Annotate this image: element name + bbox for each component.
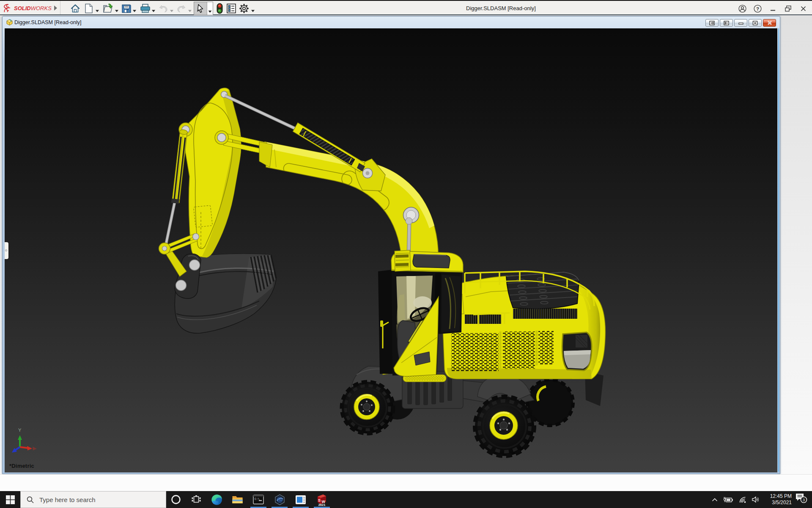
svg-text:C:\: C:\	[255, 498, 260, 501]
collapse-left-pane-icon	[709, 21, 715, 25]
collapse-right-pane-icon	[724, 21, 729, 25]
wifi-icon	[738, 497, 746, 503]
home-button[interactable]	[70, 3, 81, 14]
solidworks-logo: SOLIDWORKS	[3, 2, 52, 14]
doc-close-icon	[767, 21, 772, 25]
new-document-dropdown[interactable]	[95, 7, 99, 10]
select-tool-dropdown[interactable]	[208, 7, 212, 15]
front-left-wheel[interactable]	[342, 382, 393, 433]
select-tool-group[interactable]	[194, 2, 213, 15]
excavator-boom-plate[interactable]	[179, 88, 241, 257]
ds-mark-icon	[3, 3, 12, 13]
open-dropdown[interactable]	[115, 7, 119, 10]
rear-left-wheel[interactable]	[475, 397, 534, 456]
document-title: Digger.SLDASM [Read-only]	[14, 19, 81, 25]
battery-charging-icon	[724, 497, 733, 503]
minimize-icon	[770, 6, 776, 11]
taskbar-task-view-button[interactable]	[186, 491, 206, 508]
solidworks-2021-icon: S W 2021	[315, 493, 328, 506]
volume-icon	[752, 496, 760, 503]
solidworks-wordmark: SOLIDWORKS	[14, 5, 52, 11]
help-icon: ?	[754, 5, 762, 13]
windows-logo-icon	[6, 495, 15, 504]
action-center-button[interactable]: 3	[793, 491, 810, 508]
minimize-button[interactable]	[766, 3, 779, 14]
left-hydraulic-cylinder[interactable]	[165, 129, 188, 247]
print-dropdown[interactable]	[151, 7, 156, 10]
document-window: Digger.SLDASM [Read-only]	[2, 16, 780, 474]
tray-chevron-button[interactable]	[708, 491, 721, 508]
taskbar-solidworks-button[interactable]: S W 2021	[312, 491, 332, 508]
edrawings-icon	[274, 494, 285, 505]
cursor-icon	[196, 4, 205, 13]
solidworks-badge: 2021	[318, 503, 326, 506]
media-app-icon	[295, 495, 306, 505]
tree-tab-dot-icon	[5, 249, 7, 251]
clock-date: 3/5/2021	[761, 500, 792, 506]
rear-window	[562, 332, 592, 370]
restore-icon	[785, 6, 791, 12]
search-placeholder: Type here to search	[39, 496, 96, 503]
doc-minimize-button[interactable]	[734, 19, 747, 27]
svg-text:S: S	[318, 498, 321, 502]
tray-volume-button[interactable]	[749, 491, 762, 508]
close-button[interactable]	[797, 3, 809, 14]
redo-dropdown[interactable]	[188, 7, 192, 10]
undo-button[interactable]	[158, 3, 169, 14]
chevron-up-icon	[712, 498, 718, 502]
solidworks-resources-button[interactable]	[214, 3, 225, 14]
clock-time: 12:45 PM	[761, 493, 792, 500]
taskbar-file-explorer-button[interactable]	[227, 491, 247, 508]
cortana-icon	[171, 494, 181, 505]
help-button[interactable]: ?	[751, 3, 764, 14]
close-icon	[801, 6, 806, 11]
redo-button[interactable]	[176, 3, 187, 14]
app-titlebar: SOLIDWORKS	[0, 0, 812, 15]
search-icon	[27, 496, 34, 503]
taskbar-clock[interactable]: 12:45 PM 3/5/2021	[761, 491, 792, 508]
restore-button[interactable]	[782, 3, 794, 14]
doc-restore-button[interactable]	[749, 19, 762, 27]
taskbar-command-prompt-button[interactable]: C:\	[248, 491, 269, 508]
microsoft-edge-icon	[211, 494, 222, 505]
doc-close-button[interactable]	[763, 19, 776, 27]
feature-tree-collapsed-tab[interactable]	[5, 242, 8, 259]
taskbar-search-box[interactable]: Type here to search	[20, 491, 166, 508]
excavator-model[interactable]: Y	[5, 28, 777, 472]
tray-battery-button[interactable]	[722, 491, 735, 508]
boom-mount-bracket	[395, 250, 411, 271]
taskbar-media-app-button[interactable]	[291, 491, 311, 508]
app-title: Digger.SLDASM [Read-only]	[466, 5, 536, 11]
assembly-icon	[6, 19, 13, 28]
orientation-triad: Y	[12, 428, 37, 453]
task-view-icon	[191, 494, 201, 505]
notification-badge: 3	[803, 497, 805, 502]
undo-dropdown[interactable]	[170, 7, 174, 10]
menu-expand-arrow[interactable]	[54, 5, 58, 13]
save-button[interactable]	[121, 3, 132, 14]
graphics-viewport[interactable]: Y *Dimetric	[5, 28, 777, 472]
user-account-button[interactable]	[736, 3, 749, 14]
collapse-left-pane-button[interactable]	[705, 19, 719, 27]
svg-text:?: ?	[756, 6, 759, 11]
open-button[interactable]	[103, 3, 114, 14]
options-dropdown[interactable]	[251, 7, 255, 10]
doc-restore-icon	[752, 21, 758, 25]
taskbar-cortana-button[interactable]	[166, 491, 186, 508]
options-button[interactable]	[239, 3, 250, 14]
toolbar-separator	[60, 1, 60, 14]
select-tool-button[interactable]	[194, 2, 207, 15]
collapse-right-pane-button[interactable]	[720, 19, 733, 27]
plate-arm-pin	[217, 133, 226, 142]
tray-wifi-button[interactable]	[736, 491, 749, 508]
new-document-button[interactable]	[83, 3, 94, 14]
side-vent-grille	[451, 333, 499, 371]
triad-y-label: Y	[18, 428, 22, 433]
print-button[interactable]	[140, 3, 151, 14]
taskbar-edrawings-button[interactable]	[269, 491, 290, 508]
file-properties-button[interactable]	[226, 3, 237, 14]
taskbar-edge-button[interactable]	[206, 491, 227, 508]
document-titlebar[interactable]: Digger.SLDASM [Read-only]	[3, 17, 780, 28]
start-button[interactable]	[0, 491, 20, 508]
save-dropdown[interactable]	[132, 7, 137, 10]
